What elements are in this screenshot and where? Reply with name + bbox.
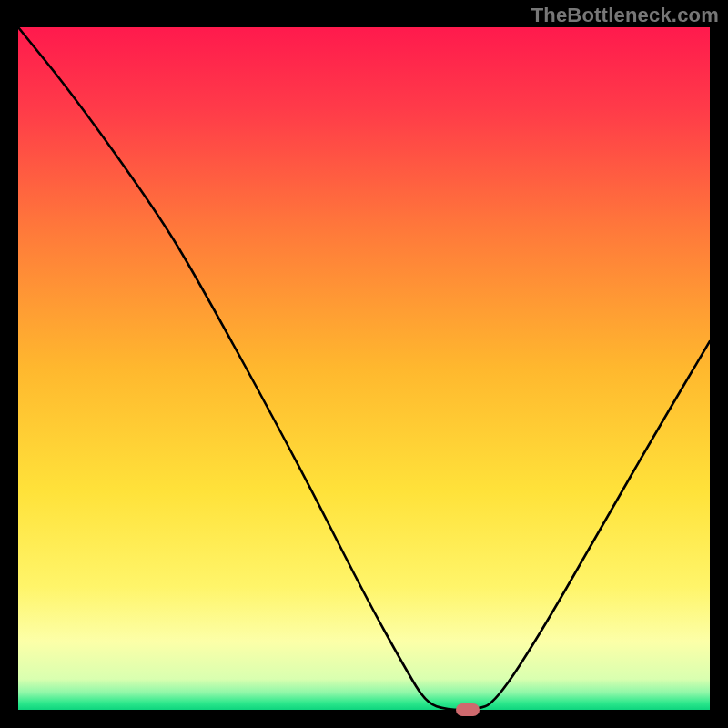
watermark-text: TheBottleneck.com xyxy=(531,4,719,27)
plot-area xyxy=(18,27,710,710)
optimal-point-marker xyxy=(456,703,480,716)
gradient-background xyxy=(18,27,710,710)
chart-svg xyxy=(18,27,710,710)
chart-frame: TheBottleneck.com xyxy=(0,0,728,728)
